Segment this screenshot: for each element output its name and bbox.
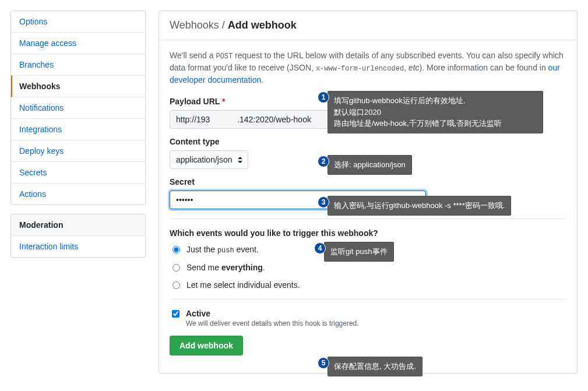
event-radio-individual[interactable]	[172, 281, 180, 289]
event-option-everything: Send me everything.	[170, 263, 566, 272]
event-radio-push[interactable]	[172, 246, 180, 253]
active-hint: We will deliver event details when this …	[186, 319, 359, 327]
sidebar-item-secrets[interactable]: Secrets	[11, 162, 145, 184]
annotation-2: 2 选择: application/json	[318, 155, 412, 175]
sidebar-item-webhooks[interactable]: Webhooks	[11, 76, 145, 97]
divider	[170, 219, 566, 219]
annotation-4: 4 监听git push事件	[314, 242, 394, 262]
sidebar-item-notifications[interactable]: Notifications	[11, 97, 145, 119]
main-panel: Webhooks / Add webhook We'll send a POST…	[159, 10, 578, 374]
field-content-type: Content type application/json 2 选择: appl…	[170, 137, 566, 169]
content-type-label: Content type	[170, 137, 566, 146]
settings-sidebar: Options Manage access Branches Webhooks …	[10, 10, 146, 266]
annotation-badge-4: 4	[314, 242, 326, 254]
content-type-select[interactable]: application/json	[170, 150, 248, 169]
sidebar-nav-main: Options Manage access Branches Webhooks …	[10, 10, 146, 205]
sidebar-header-moderation: Moderation	[11, 214, 145, 236]
sidebar-item-deploy-keys[interactable]: Deploy keys	[11, 140, 145, 162]
active-checkbox[interactable]	[172, 310, 179, 318]
breadcrumb-current: Add webhook	[228, 19, 297, 31]
breadcrumb: Webhooks / Add webhook	[159, 11, 577, 40]
add-webhook-button[interactable]: Add webhook	[170, 336, 243, 355]
active-label[interactable]: Active	[186, 309, 210, 318]
field-secret: Secret 3 输入密码,与运行github-webhook -s ****密…	[170, 177, 566, 209]
sidebar-item-manage-access[interactable]: Manage access	[11, 33, 145, 54]
active-row: Active We will deliver event details whe…	[170, 309, 566, 327]
annotation-5: 5 保存配置信息, 大功告成.	[318, 357, 422, 376]
sidebar-item-actions[interactable]: Actions	[11, 184, 145, 205]
events-title: Which events would you like to trigger t…	[170, 228, 566, 238]
annotation-badge-2: 2	[318, 156, 329, 167]
sidebar-item-interaction-limits[interactable]: Interaction limits	[11, 236, 145, 257]
event-option-push: Just the push event. 4 监听git push事件	[170, 245, 566, 255]
payload-url-label: Payload URL *	[170, 97, 566, 106]
sidebar-nav-moderation: Moderation Interaction limits	[10, 214, 146, 258]
sidebar-item-branches[interactable]: Branches	[11, 54, 145, 76]
sidebar-item-options[interactable]: Options	[11, 11, 145, 33]
secret-input[interactable]	[170, 191, 426, 209]
secret-label: Secret	[170, 177, 566, 186]
event-radio-everything[interactable]	[172, 264, 180, 272]
sidebar-item-integrations[interactable]: Integrations	[11, 119, 145, 140]
description-text: We'll send a POST request to the URL bel…	[170, 50, 566, 86]
breadcrumb-root: Webhooks	[170, 19, 219, 31]
event-option-individual: Let me select individual events.	[170, 280, 566, 290]
payload-url-input[interactable]	[170, 110, 426, 129]
field-payload-url: Payload URL * 1 填写github-webhook运行后的有效地址…	[170, 97, 566, 129]
divider-2	[170, 299, 566, 300]
event-label-push[interactable]: Just the push event.	[186, 245, 259, 255]
annotation-badge-5: 5	[318, 357, 329, 369]
event-label-everything[interactable]: Send me everything.	[186, 263, 265, 272]
event-label-individual[interactable]: Let me select individual events.	[186, 280, 300, 290]
